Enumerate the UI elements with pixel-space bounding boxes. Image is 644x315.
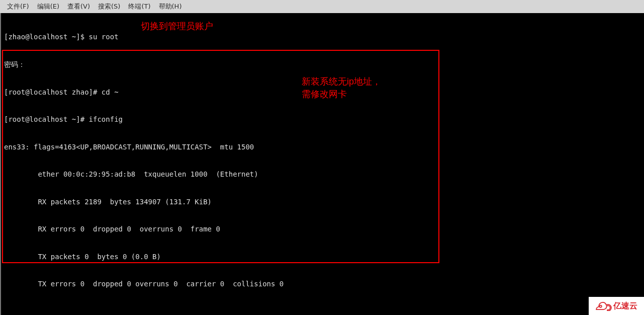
menu-search[interactable]: 搜索(S) <box>94 1 124 13</box>
terminal-line: TX errors 0 dropped 0 overruns 0 carrier… <box>1 279 644 288</box>
terminal-line: TX packets 0 bytes 0 (0.0 B) <box>1 252 644 261</box>
menu-file[interactable]: 文件(F) <box>3 1 33 13</box>
terminal-line: ens33: flags=4163<UP,BROADCAST,RUNNING,M… <box>1 142 644 151</box>
watermark-text: 亿速云 <box>613 301 637 311</box>
terminal-line: ether 00:0c:29:95:ad:b8 txqueuelen 1000 … <box>1 170 644 179</box>
menu-view[interactable]: 查看(V) <box>63 1 94 13</box>
terminal-line: 密码： <box>1 60 644 69</box>
terminal-area[interactable]: [zhao@localhost ~]$ su root 密码： [root@lo… <box>0 13 644 315</box>
svg-point-0 <box>600 305 602 307</box>
terminal-line: [root@localhost zhao]# cd ~ <box>1 88 644 97</box>
menu-bar: 文件(F) 编辑(E) 查看(V) 搜索(S) 终端(T) 帮助(H) <box>0 0 644 13</box>
terminal-line: [root@localhost ~]# ifconfig <box>1 115 644 124</box>
menu-terminal[interactable]: 终端(T) <box>124 1 154 13</box>
watermark: 亿速云 <box>589 297 644 315</box>
menu-edit[interactable]: 编辑(E) <box>33 1 63 13</box>
menu-help[interactable]: 帮助(H) <box>155 1 186 13</box>
terminal-line: [zhao@localhost ~]$ su root <box>1 32 644 41</box>
cloud-icon <box>595 301 612 311</box>
terminal-line: RX errors 0 dropped 0 overruns 0 frame 0 <box>1 224 644 233</box>
terminal-line <box>1 307 644 315</box>
terminal-line: RX packets 2189 bytes 134907 (131.7 KiB) <box>1 197 644 206</box>
